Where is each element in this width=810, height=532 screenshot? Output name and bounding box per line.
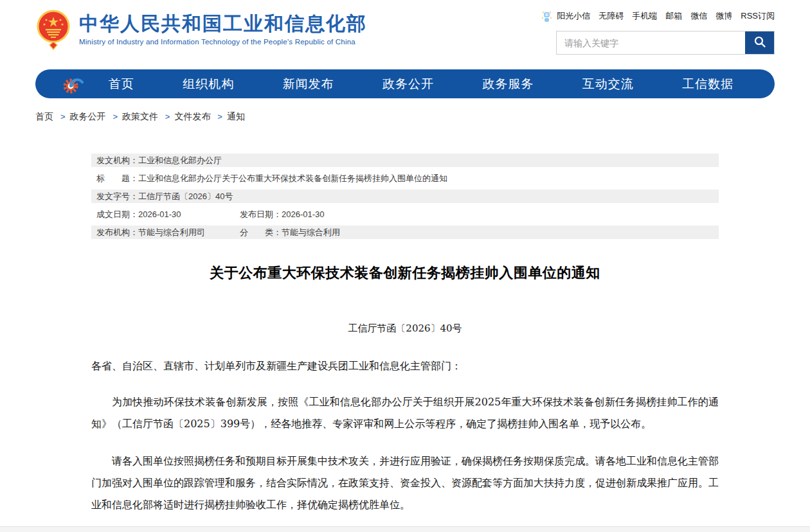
breadcrumb-item[interactable]: 政策文件	[122, 111, 158, 121]
paragraphs: 为加快推动环保技术装备创新发展，按照《工业和信息化部办公厅关于组织开展2025年…	[91, 391, 719, 516]
main-nav: 首页组织机构新闻发布政务公开政务服务互动交流工信数据	[35, 69, 775, 98]
meta-label-2: 分 类：	[240, 227, 282, 237]
meta-row: 发文机构：工业和信息化部办公厅	[91, 154, 719, 167]
national-emblem-icon	[35, 9, 71, 50]
top-links-list: 阳光小信无障碍手机端邮箱微信微博RSS订阅	[557, 10, 775, 22]
nav-item[interactable]: 工信数据	[682, 76, 734, 93]
mascot-icon[interactable]	[541, 10, 552, 22]
breadcrumb-separator: >	[165, 112, 170, 121]
nav-item[interactable]: 政务公开	[382, 76, 434, 93]
top-link[interactable]: 无障碍	[598, 10, 624, 22]
nav-items: 首页组织机构新闻发布政务公开政务服务互动交流工信数据	[84, 76, 758, 93]
meta-label: 发文字号：	[96, 191, 138, 201]
salutation: 各省、自治区、直辖市、计划单列市及新疆生产建设兵团工业和信息化主管部门：	[91, 357, 719, 376]
meta-value: 节能与综合利用司	[138, 227, 205, 237]
top-link[interactable]: 手机端	[632, 10, 657, 22]
breadcrumb-item[interactable]: 文件发布	[174, 111, 210, 121]
header-right: 阳光小信无障碍手机端邮箱微信微博RSS订阅	[556, 9, 775, 67]
meta-label: 发文机构：	[96, 155, 138, 165]
breadcrumb-item[interactable]: 通知	[227, 111, 245, 121]
search-icon	[753, 35, 767, 51]
breadcrumb-item[interactable]: 政务公开	[69, 111, 105, 121]
search-box	[556, 31, 775, 55]
nav-item[interactable]: 新闻发布	[283, 76, 334, 93]
meta-label-2: 发布日期：	[240, 209, 282, 219]
meta-cell-primary: 成文日期：2026-01-30	[96, 208, 240, 221]
meta-value: 工业和信息化部办公厅关于公布重大环保技术装备创新任务揭榜挂帅入围单位的通知	[138, 173, 447, 183]
breadcrumb-separator: >	[60, 112, 66, 121]
site-subtitle: Ministry of Industry and Information Tec…	[79, 38, 367, 46]
meta-row: 发文字号：工信厅节函〔2026〕40号	[91, 190, 719, 203]
search-button[interactable]	[745, 31, 774, 54]
document-title: 关于公布重大环保技术装备创新任务揭榜挂帅入围单位的通知	[91, 263, 719, 283]
breadcrumb-separator: >	[113, 112, 118, 121]
body-paragraph: 为加快推动环保技术装备创新发展，按照《工业和信息化部办公厅关于组织开展2025年…	[91, 391, 719, 435]
site-header: 中华人民共和国工业和信息化部 Ministry of Industry and …	[0, 0, 810, 67]
breadcrumb-item-wrap: 政务公开 >	[69, 111, 122, 123]
top-link[interactable]: 微信	[690, 10, 707, 22]
meta-row: 发布机构：节能与综合利用司 分 类：节能与综合利用	[91, 226, 719, 239]
meta-row: 成文日期：2026-01-30 发布日期：2026-01-30	[91, 208, 719, 221]
breadcrumb-item-wrap: 政策文件 >	[122, 111, 174, 123]
meta-value-2: 2026-01-30	[282, 209, 325, 219]
top-link[interactable]: RSS订阅	[741, 10, 775, 22]
top-link[interactable]: 微博	[716, 10, 732, 22]
meta-label: 发布机构：	[96, 227, 138, 237]
nav-item[interactable]: 政务服务	[482, 76, 534, 93]
breadcrumb-item-wrap: 文件发布 >	[174, 111, 226, 123]
meta-value: 工信厅节函〔2026〕40号	[138, 191, 233, 201]
breadcrumb-item-wrap: 首页 >	[35, 111, 69, 123]
meta-cell-secondary: 分 类：节能与综合利用	[240, 226, 340, 239]
document-meta-table: 发文机构：工业和信息化部办公厅 标 题：工业和信息化部办公厅关于公布重大环保技术…	[91, 154, 719, 239]
search-input[interactable]	[557, 31, 745, 54]
meta-row: 标 题：工业和信息化部办公厅关于公布重大环保技术装备创新任务揭榜挂帅入围单位的通…	[91, 172, 719, 185]
meta-value: 2026-01-30	[138, 209, 181, 219]
meta-value: 工业和信息化部办公厅	[138, 155, 222, 165]
site-title: 中华人民共和国工业和信息化部	[79, 13, 367, 35]
meta-value-2: 节能与综合利用	[282, 227, 340, 237]
miit-gear-logo-icon[interactable]	[61, 73, 84, 96]
top-link[interactable]: 邮箱	[665, 10, 682, 22]
document-number: 工信厅节函〔2026〕40号	[91, 323, 719, 335]
meta-label: 标 题：	[96, 173, 138, 183]
breadcrumb-item-wrap: 通知 >	[227, 111, 245, 123]
body-paragraph: 请各入围单位按照揭榜任务和预期目标开展集中技术攻关，并进行应用验证，确保揭榜任务…	[91, 450, 719, 516]
meta-cell-primary: 发文字号：工信厅节函〔2026〕40号	[96, 190, 240, 203]
footer-strip	[0, 526, 810, 532]
top-link[interactable]: 阳光小信	[557, 10, 590, 22]
breadcrumb: 首页 > 政务公开 > 政策文件 > 文件发布 > 通知 >	[35, 111, 775, 123]
site-brand[interactable]: 中华人民共和国工业和信息化部 Ministry of Industry and …	[35, 9, 367, 67]
meta-label: 成文日期：	[96, 209, 138, 219]
nav-item[interactable]: 互动交流	[582, 76, 634, 93]
nav-item[interactable]: 首页	[109, 76, 134, 93]
document-body: 各省、自治区、直辖市、计划单列市及新疆生产建设兵团工业和信息化主管部门： 为加快…	[91, 357, 719, 532]
breadcrumb-item[interactable]: 首页	[35, 111, 53, 121]
site-title-block: 中华人民共和国工业和信息化部 Ministry of Industry and …	[79, 13, 367, 46]
meta-cell-primary: 发文机构：工业和信息化部办公厅	[96, 154, 240, 167]
meta-cell-primary: 标 题：工业和信息化部办公厅关于公布重大环保技术装备创新任务揭榜挂帅入围单位的通…	[96, 172, 455, 185]
breadcrumb-separator: >	[217, 112, 222, 121]
nav-item[interactable]: 组织机构	[183, 76, 234, 93]
meta-cell-primary: 发布机构：节能与综合利用司	[96, 226, 240, 239]
document-area: 发文机构：工业和信息化部办公厅 标 题：工业和信息化部办公厅关于公布重大环保技术…	[91, 154, 719, 532]
meta-cell-secondary: 发布日期：2026-01-30	[240, 208, 325, 221]
top-links: 阳光小信无障碍手机端邮箱微信微博RSS订阅	[556, 9, 775, 23]
